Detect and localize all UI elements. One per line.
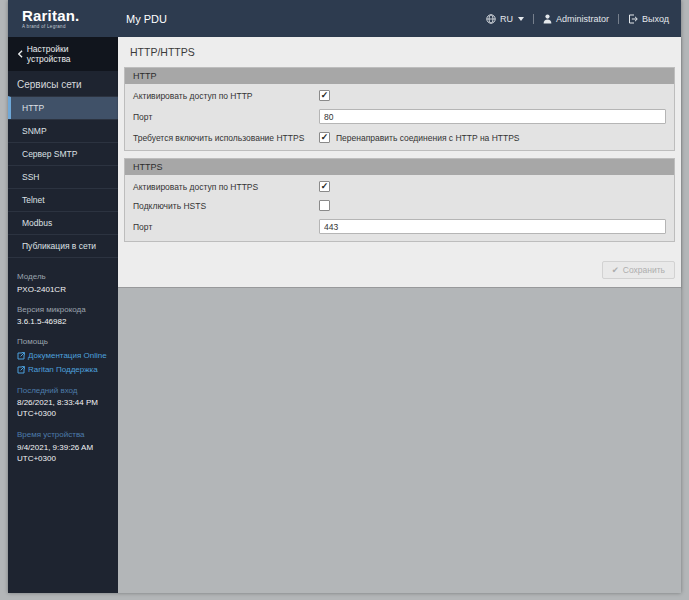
sidebar-nav: HTTP SNMP Сервер SMTP SSH Telnet Modbus …	[8, 96, 118, 258]
page-title: HTTP/HTTPS	[118, 37, 681, 65]
help-label: Помощь	[17, 337, 109, 348]
hsts-enable-checkbox[interactable]	[319, 200, 330, 211]
logo-tagline: A brand of Legrand	[22, 24, 118, 29]
app-window: Raritan. A brand of Legrand My PDU RU	[8, 0, 681, 593]
row-https-port: Порт	[125, 215, 674, 238]
http-enable-label: Активировать доступ по HTTP	[133, 91, 319, 101]
user-menu[interactable]: Administrator	[543, 14, 609, 24]
link-raritan-support[interactable]: Raritan Поддержка	[17, 365, 109, 376]
https-port-input[interactable]	[319, 219, 666, 234]
divider	[618, 14, 619, 24]
globe-icon	[486, 14, 496, 24]
content-panel: HTTP/HTTPS HTTP Активировать доступ по H…	[118, 37, 681, 288]
sidebar-info: Модель PXO-2401CR Версия микрокода 3.6.1…	[8, 258, 118, 464]
logout-icon	[628, 14, 638, 24]
group-http: HTTP Активировать доступ по HTTP ✓ Порт	[124, 67, 675, 151]
check-icon: ✔	[612, 265, 619, 275]
user-name-label: Administrator	[556, 14, 609, 24]
save-button[interactable]: ✔ Сохранить	[602, 261, 675, 279]
link-online-documentation-label: Документация Online	[28, 351, 107, 362]
row-hsts-enable: Подключить HSTS	[125, 196, 674, 215]
https-enable-checkbox[interactable]: ✓	[319, 181, 330, 192]
http-port-input[interactable]	[319, 109, 666, 124]
link-raritan-support-label: Raritan Поддержка	[28, 365, 98, 376]
logout-label: Выход	[642, 14, 669, 24]
device-time-label: Время устройства	[17, 430, 109, 441]
sidebar-section-title: Сервисы сети	[8, 71, 118, 96]
sidebar-item-snmp[interactable]: SNMP	[8, 119, 118, 142]
sidebar-item-smtp-server[interactable]: Сервер SMTP	[8, 142, 118, 165]
app-title: My PDU	[126, 13, 167, 25]
panel-footer: ✔ Сохранить	[118, 249, 681, 282]
language-selector[interactable]: RU	[486, 14, 524, 24]
row-http-redirect: Требуется включить использование HTTPS ✓…	[125, 128, 674, 147]
sidebar: Настройки устройства Сервисы сети HTTP S…	[8, 37, 118, 593]
sidebar-item-http[interactable]: HTTP	[8, 96, 118, 119]
external-link-icon	[17, 366, 25, 374]
external-link-icon	[17, 352, 25, 360]
hsts-enable-label: Подключить HSTS	[133, 201, 319, 211]
divider	[533, 14, 534, 24]
model-label: Модель	[17, 272, 109, 283]
logo-brand-text: Raritan.	[22, 8, 118, 23]
firmware-label: Версия микрокода	[17, 305, 109, 316]
sidebar-item-ssh[interactable]: SSH	[8, 165, 118, 188]
chevron-down-icon	[518, 17, 524, 21]
http-port-label: Порт	[133, 112, 319, 122]
model-value: PXO-2401CR	[17, 285, 109, 296]
main-area: HTTP/HTTPS HTTP Активировать доступ по H…	[118, 37, 681, 593]
language-label: RU	[500, 14, 513, 24]
http-enable-checkbox[interactable]: ✓	[319, 90, 330, 101]
user-icon	[543, 14, 552, 24]
top-bar: Raritan. A brand of Legrand My PDU RU	[8, 0, 681, 37]
last-login-label: Последний вход	[17, 386, 109, 397]
logout-button[interactable]: Выход	[628, 14, 669, 24]
group-http-header: HTTP	[125, 68, 674, 84]
save-button-label: Сохранить	[623, 265, 665, 275]
last-login-value: 8/26/2021, 8:33:44 PM UTC+0300	[17, 398, 109, 420]
row-http-enable: Активировать доступ по HTTP ✓	[125, 86, 674, 105]
back-link-device-settings[interactable]: Настройки устройства	[8, 37, 118, 71]
row-http-port: Порт	[125, 105, 674, 128]
http-redirect-checkbox[interactable]: ✓	[319, 132, 330, 143]
sidebar-item-modbus[interactable]: Modbus	[8, 211, 118, 234]
sidebar-item-network-publishing[interactable]: Публикация в сети	[8, 234, 118, 257]
topbar-right: RU Administrator Выход	[486, 14, 681, 24]
raritan-logo: Raritan. A brand of Legrand	[8, 8, 118, 29]
link-online-documentation[interactable]: Документация Online	[17, 351, 109, 362]
https-enable-label: Активировать доступ по HTTPS	[133, 182, 319, 192]
device-time-value: 9/4/2021, 9:39:26 AM UTC+0300	[17, 443, 109, 465]
group-https-header: HTTPS	[125, 159, 674, 175]
http-redirect-label: Требуется включить использование HTTPS	[133, 133, 319, 143]
firmware-value: 3.6.1.5-46982	[17, 317, 109, 328]
sidebar-item-telnet[interactable]: Telnet	[8, 188, 118, 211]
row-https-enable: Активировать доступ по HTTPS ✓	[125, 177, 674, 196]
back-link-label: Настройки устройства	[27, 44, 110, 64]
http-redirect-inline-label: Перенаправить соединения с HTTP на HTTPS	[336, 133, 520, 143]
https-port-label: Порт	[133, 222, 319, 232]
group-https: HTTPS Активировать доступ по HTTPS ✓ Под…	[124, 158, 675, 242]
chevron-left-icon	[18, 50, 23, 58]
background-area	[118, 288, 681, 593]
